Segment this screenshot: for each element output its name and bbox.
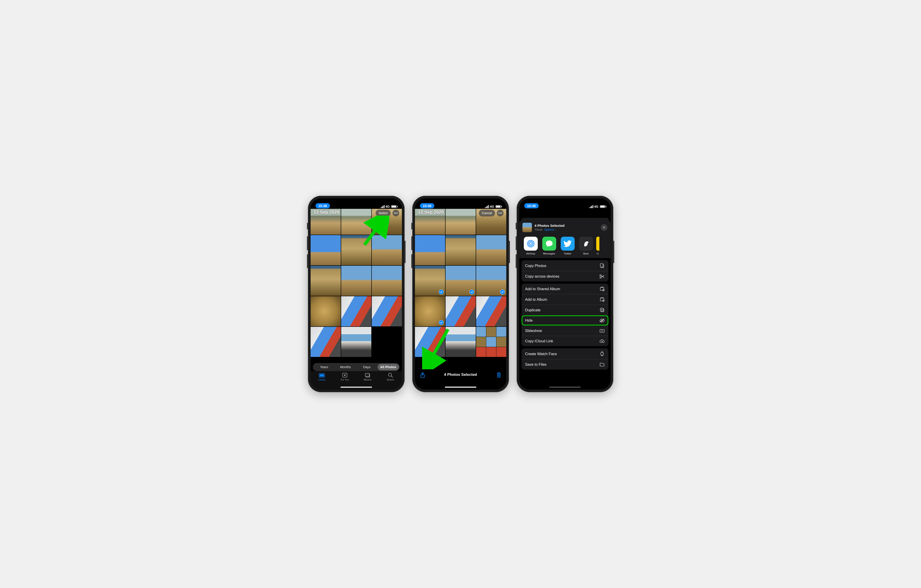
svg-point-25 bbox=[603, 289, 604, 290]
photo-thumbnail[interactable] bbox=[311, 327, 341, 357]
options-link[interactable]: Options › bbox=[544, 228, 556, 231]
photo-thumbnail[interactable] bbox=[311, 235, 341, 265]
photo-thumbnail[interactable] bbox=[476, 266, 506, 296]
action-add-album[interactable]: Add to Album bbox=[522, 294, 609, 305]
action-slideshow[interactable]: Slideshow bbox=[522, 325, 609, 336]
battery-icon bbox=[600, 205, 606, 208]
status-time: 15:48 bbox=[316, 203, 330, 208]
photo-thumbnail[interactable] bbox=[372, 296, 402, 326]
library-icon bbox=[319, 372, 325, 378]
action-copy-photos[interactable]: Copy Photos bbox=[522, 260, 609, 271]
sheet-thumbnail bbox=[522, 223, 532, 232]
app-bear[interactable]: Bear bbox=[578, 237, 594, 255]
phone-3: 15:48 4G 4 Photos Selected Thirsk O bbox=[517, 196, 613, 392]
checkmark-icon bbox=[439, 289, 444, 294]
action-watch-face[interactable]: Create Watch Face bbox=[522, 348, 609, 359]
more-button[interactable] bbox=[497, 210, 504, 216]
checkmark-icon bbox=[469, 289, 474, 294]
network-label: 4G bbox=[386, 205, 390, 208]
photo-thumbnail[interactable] bbox=[341, 296, 371, 326]
svg-rect-8 bbox=[365, 374, 369, 377]
scissors-icon bbox=[599, 275, 605, 278]
status-time: 15:48 bbox=[524, 203, 539, 208]
photo-thumbnail[interactable] bbox=[446, 235, 476, 265]
action-copy-across[interactable]: Copy across devices bbox=[522, 271, 609, 281]
svg-point-11 bbox=[498, 213, 499, 214]
annotation-arrow bbox=[362, 216, 389, 247]
action-save-files[interactable]: Save to Files bbox=[522, 359, 609, 370]
svg-point-21 bbox=[600, 275, 601, 276]
photo-thumbnail[interactable] bbox=[415, 235, 445, 265]
messages-icon bbox=[542, 237, 556, 251]
home-indicator[interactable] bbox=[340, 387, 372, 388]
photo-thumbnail[interactable] bbox=[311, 266, 341, 296]
action-hide[interactable]: Hide bbox=[522, 315, 609, 325]
home-indicator[interactable] bbox=[549, 387, 581, 388]
seg-all-photos[interactable]: All Photos bbox=[378, 364, 399, 370]
app-messages[interactable]: Messages bbox=[541, 237, 558, 255]
tab-library[interactable]: Library bbox=[311, 372, 334, 390]
photo-thumbnail[interactable] bbox=[415, 296, 445, 326]
photo-thumbnail[interactable] bbox=[476, 327, 506, 357]
view-segmented[interactable]: Years Months Days All Photos bbox=[313, 363, 400, 371]
tab-label: Search bbox=[387, 378, 394, 381]
network-label: 4G bbox=[594, 205, 599, 208]
more-button[interactable] bbox=[392, 210, 399, 216]
photo-thumbnail[interactable] bbox=[476, 235, 506, 265]
bear-icon bbox=[579, 237, 593, 251]
photo-thumbnail[interactable] bbox=[372, 266, 402, 296]
seg-days[interactable]: Days bbox=[356, 364, 378, 370]
add-album-icon bbox=[599, 297, 605, 302]
date-header: 13 Sep 2020 bbox=[314, 210, 340, 215]
notch bbox=[542, 198, 587, 205]
annotation-arrow bbox=[422, 327, 451, 369]
app-airdrop[interactable]: AirDrop bbox=[522, 237, 539, 255]
tab-label: Library bbox=[318, 378, 325, 381]
app-partial[interactable]: U bbox=[596, 237, 599, 255]
share-apps-row[interactable]: AirDrop Messages Twitter bbox=[519, 236, 611, 258]
battery-icon bbox=[495, 205, 501, 208]
app-twitter[interactable]: Twitter bbox=[559, 237, 576, 255]
notch bbox=[334, 198, 379, 205]
photo-thumbnail[interactable] bbox=[341, 266, 371, 296]
close-button[interactable] bbox=[601, 224, 607, 231]
hide-icon bbox=[599, 318, 605, 323]
checkmark-icon bbox=[500, 289, 505, 294]
copy-icon bbox=[599, 263, 605, 268]
sheet-actions[interactable]: Copy Photos Copy across devices Add to S… bbox=[519, 258, 611, 390]
tab-label: Albums bbox=[364, 378, 371, 381]
cancel-button[interactable]: Cancel bbox=[479, 210, 495, 216]
action-icloud-link[interactable]: Copy iCloud Link bbox=[522, 336, 609, 346]
action-duplicate[interactable]: Duplicate bbox=[522, 305, 609, 315]
photo-thumbnail[interactable] bbox=[341, 327, 371, 357]
svg-line-10 bbox=[391, 376, 392, 377]
seg-years[interactable]: Years bbox=[314, 364, 335, 370]
folder-icon bbox=[599, 362, 605, 367]
sheet-title: 4 Photos Selected bbox=[535, 223, 598, 228]
svg-rect-33 bbox=[601, 352, 604, 355]
partial-app-icon bbox=[596, 237, 599, 251]
photo-thumbnail bbox=[372, 327, 402, 357]
signal-bars-icon bbox=[381, 205, 385, 208]
photo-thumbnail[interactable] bbox=[311, 296, 341, 326]
notch bbox=[438, 198, 483, 205]
seg-months[interactable]: Months bbox=[335, 364, 356, 370]
checkmark-icon bbox=[439, 320, 444, 325]
network-label: 4G bbox=[490, 205, 494, 208]
photo-thumbnail[interactable] bbox=[476, 296, 506, 326]
ellipsis-icon bbox=[394, 213, 398, 214]
search-icon bbox=[387, 372, 394, 378]
watch-icon bbox=[599, 351, 605, 356]
ellipsis-icon bbox=[498, 213, 502, 214]
photo-thumbnail[interactable] bbox=[415, 266, 445, 296]
photo-thumbnail[interactable] bbox=[446, 266, 476, 296]
tab-search[interactable]: Search bbox=[379, 372, 402, 390]
photo-thumbnail[interactable] bbox=[446, 296, 476, 326]
home-indicator[interactable] bbox=[445, 387, 476, 388]
svg-point-2 bbox=[397, 213, 398, 214]
action-add-shared-album[interactable]: Add to Shared Album bbox=[522, 284, 609, 294]
sheet-location: Thirsk bbox=[535, 228, 542, 231]
phone-1: 15:48 4G 13 Sep 2020 Select bbox=[308, 196, 405, 392]
photo-thumbnail[interactable] bbox=[446, 209, 476, 235]
slideshow-icon bbox=[599, 329, 605, 333]
